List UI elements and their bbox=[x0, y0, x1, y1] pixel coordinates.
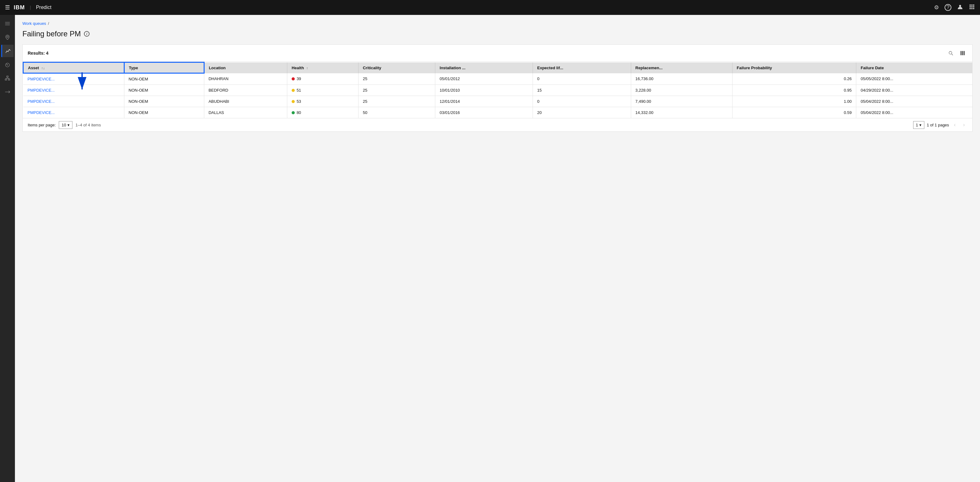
col-header-failure-probability[interactable]: Failure Probability bbox=[732, 62, 856, 73]
items-per-page-label: Items per page: bbox=[28, 123, 56, 127]
sidebar-item-menu[interactable] bbox=[1, 17, 14, 30]
svg-rect-2 bbox=[971, 4, 972, 6]
svg-rect-16 bbox=[7, 76, 8, 77]
svg-point-0 bbox=[959, 5, 961, 6]
cell-criticality-0: 25 bbox=[358, 73, 435, 85]
col-header-installation[interactable]: Installation ... bbox=[435, 62, 533, 73]
columns-icon bbox=[960, 50, 966, 56]
cell-replacement-2: 7,490.00 bbox=[631, 96, 732, 107]
cell-criticality-1: 25 bbox=[358, 85, 435, 96]
sort-icon-health: ↑ bbox=[306, 66, 308, 70]
sidebar-item-flow[interactable] bbox=[1, 86, 14, 98]
asset-link-2[interactable]: PMPDEVICE... bbox=[28, 99, 55, 104]
table-toolbar: Results: 4 bbox=[23, 45, 972, 62]
cell-replacement-0: 16,736.00 bbox=[631, 73, 732, 85]
svg-rect-4 bbox=[970, 6, 971, 8]
col-header-asset[interactable]: Asset ↑↓ bbox=[23, 62, 124, 73]
settings-icon[interactable]: ⚙ bbox=[934, 4, 939, 11]
asset-link-0[interactable]: PMPDEVICE... bbox=[28, 77, 55, 81]
next-page-button[interactable]: › bbox=[961, 121, 967, 129]
sidebar-item-analytics[interactable] bbox=[1, 45, 14, 57]
table-row: PMPDEVICE... NON-OEM BEDFORD 51 25 10/01… bbox=[23, 85, 972, 96]
cell-type-1: NON-OEM bbox=[124, 85, 204, 96]
nav-divider: | bbox=[30, 5, 31, 10]
cell-replacement-1: 3,228.00 bbox=[631, 85, 732, 96]
cell-installation-2: 12/01/2014 bbox=[435, 96, 533, 107]
svg-rect-3 bbox=[973, 4, 974, 6]
cell-asset-3: PMPDEVICE... bbox=[23, 107, 124, 118]
health-dot-3 bbox=[292, 111, 295, 114]
table-row: PMPDEVICE... NON-OEM DALLAS 80 50 03/01/… bbox=[23, 107, 972, 118]
cell-failure-date-1: 04/29/2022 8:00... bbox=[856, 85, 972, 96]
page-number-value: 1 bbox=[916, 123, 918, 127]
cell-type-3: NON-OEM bbox=[124, 107, 204, 118]
help-icon[interactable]: ? bbox=[945, 4, 951, 11]
sidebar-item-location[interactable] bbox=[1, 31, 14, 43]
cell-installation-1: 10/01/2010 bbox=[435, 85, 533, 96]
cell-failure-date-3: 05/04/2022 8:00... bbox=[856, 107, 972, 118]
health-value-1: 51 bbox=[297, 88, 301, 92]
health-value-0: 39 bbox=[297, 76, 301, 81]
svg-point-21 bbox=[949, 51, 952, 54]
page-title-row: Failing before PM i bbox=[22, 30, 972, 38]
svg-rect-11 bbox=[5, 23, 10, 24]
search-button[interactable] bbox=[946, 48, 955, 58]
cell-criticality-3: 50 bbox=[358, 107, 435, 118]
health-value-3: 80 bbox=[297, 110, 301, 115]
sidebar-item-hierarchy[interactable] bbox=[1, 72, 14, 84]
cell-expected-life-1: 15 bbox=[533, 85, 631, 96]
items-per-page-value: 10 bbox=[62, 123, 66, 127]
col-header-health[interactable]: Health ↑ bbox=[287, 62, 358, 73]
cell-expected-life-3: 20 bbox=[533, 107, 631, 118]
cell-failure-prob-1: 0.95 bbox=[732, 85, 856, 96]
cell-asset-1: PMPDEVICE... bbox=[23, 85, 124, 96]
svg-rect-25 bbox=[964, 51, 964, 55]
cell-installation-3: 03/01/2016 bbox=[435, 107, 533, 118]
cell-location-2: ABUDHABI bbox=[204, 96, 287, 107]
sidebar-item-gauge[interactable] bbox=[1, 59, 14, 71]
user-icon[interactable] bbox=[957, 4, 963, 11]
cell-type-2: NON-OEM bbox=[124, 96, 204, 107]
col-header-criticality[interactable]: Criticality bbox=[358, 62, 435, 73]
svg-rect-1 bbox=[970, 4, 971, 6]
cell-expected-life-0: 0 bbox=[533, 73, 631, 85]
col-header-replacement[interactable]: Replacemen... bbox=[631, 62, 732, 73]
sort-icon-asset: ↑↓ bbox=[41, 66, 45, 70]
page-title: Failing before PM bbox=[22, 30, 81, 38]
column-settings-button[interactable] bbox=[958, 48, 967, 58]
svg-rect-12 bbox=[5, 25, 10, 25]
table-header: Asset ↑↓ Type Location Health ↑ Critical… bbox=[23, 62, 972, 73]
asset-link-1[interactable]: PMPDEVICE... bbox=[28, 88, 55, 92]
menu-icon[interactable]: ☰ bbox=[5, 4, 10, 11]
svg-rect-9 bbox=[973, 8, 974, 9]
col-header-type[interactable]: Type bbox=[124, 62, 204, 73]
cell-type-0: NON-OEM bbox=[124, 73, 204, 85]
col-header-location[interactable]: Location bbox=[204, 62, 287, 73]
apps-grid-icon[interactable] bbox=[969, 4, 975, 11]
cell-replacement-3: 14,332.00 bbox=[631, 107, 732, 118]
items-per-page-select[interactable]: 10 ▾ bbox=[59, 121, 72, 129]
search-icon bbox=[948, 50, 954, 56]
table-container: Results: 4 bbox=[22, 44, 972, 132]
toolbar-actions bbox=[946, 48, 967, 58]
col-header-failure-date[interactable]: Failure Date bbox=[856, 62, 972, 73]
ibm-logo: IBM bbox=[14, 4, 25, 11]
asset-link-3[interactable]: PMPDEVICE... bbox=[28, 110, 55, 115]
svg-point-13 bbox=[7, 36, 8, 38]
page-number-select[interactable]: 1 ▾ bbox=[913, 121, 924, 129]
cell-location-3: DALLAS bbox=[204, 107, 287, 118]
table-row: PMPDEVICE... NON-OEM ABUDHABI 53 25 12/0… bbox=[23, 96, 972, 107]
breadcrumb-work-queues-link[interactable]: Work queues bbox=[22, 21, 46, 26]
col-header-expected-life[interactable]: Expected lif... bbox=[533, 62, 631, 73]
cell-health-0: 39 bbox=[287, 73, 358, 85]
page-info-text: 1 of 1 pages bbox=[927, 123, 949, 127]
health-dot-2 bbox=[292, 100, 295, 103]
svg-rect-7 bbox=[970, 8, 971, 9]
prev-page-button[interactable]: ‹ bbox=[951, 121, 958, 129]
table-wrapper: Results: 4 bbox=[22, 44, 972, 132]
breadcrumb: Work queues / bbox=[22, 21, 972, 26]
pagination-bar: Items per page: 10 ▾ 1–4 of 4 items 1 ▾ … bbox=[23, 118, 972, 132]
items-per-page-chevron: ▾ bbox=[67, 123, 70, 127]
info-icon[interactable]: i bbox=[84, 31, 89, 36]
svg-rect-8 bbox=[971, 8, 972, 9]
